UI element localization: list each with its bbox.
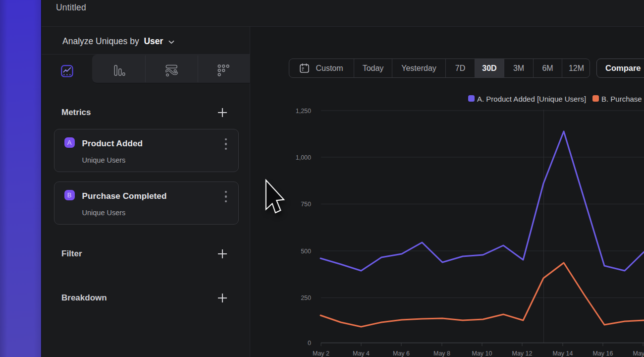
svg-text:May 10: May 10 <box>472 350 492 357</box>
svg-text:May 14: May 14 <box>553 350 573 357</box>
svg-text:1,250: 1,250 <box>296 108 311 115</box>
svg-text:May 8: May 8 <box>433 350 450 357</box>
svg-text:1,000: 1,000 <box>296 154 311 161</box>
svg-text:750: 750 <box>301 201 311 208</box>
svg-text:May 18: May 18 <box>633 350 644 357</box>
svg-text:May 16: May 16 <box>593 350 613 357</box>
svg-text:250: 250 <box>301 295 311 301</box>
svg-text:0: 0 <box>308 340 311 347</box>
svg-text:May 2: May 2 <box>313 350 329 357</box>
svg-text:May 6: May 6 <box>393 350 410 357</box>
svg-text:500: 500 <box>301 248 311 255</box>
svg-text:May 12: May 12 <box>512 350 533 357</box>
svg-text:May 4: May 4 <box>353 350 370 357</box>
